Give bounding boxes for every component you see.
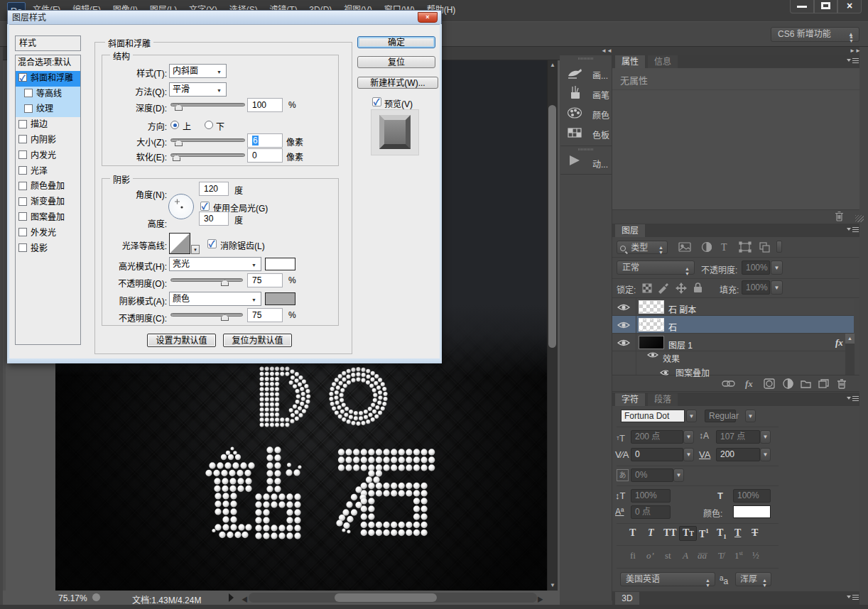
svg-text:T: T [721,242,727,253]
svg-text:fx: fx [745,378,753,389]
